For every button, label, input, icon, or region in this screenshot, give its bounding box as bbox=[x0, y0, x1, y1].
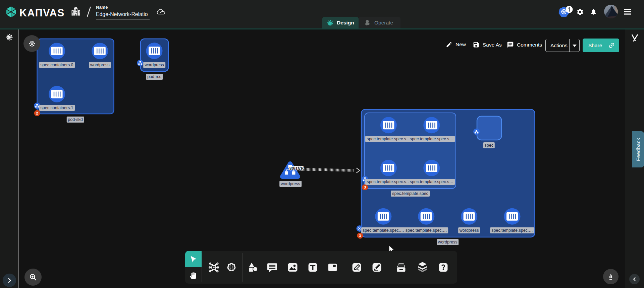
svg-text:3: 3 bbox=[364, 185, 366, 189]
svg-text:2: 2 bbox=[36, 111, 38, 115]
svg-text:3: 3 bbox=[359, 234, 361, 238]
svg-text:80/TCP: 80/TCP bbox=[289, 166, 304, 171]
